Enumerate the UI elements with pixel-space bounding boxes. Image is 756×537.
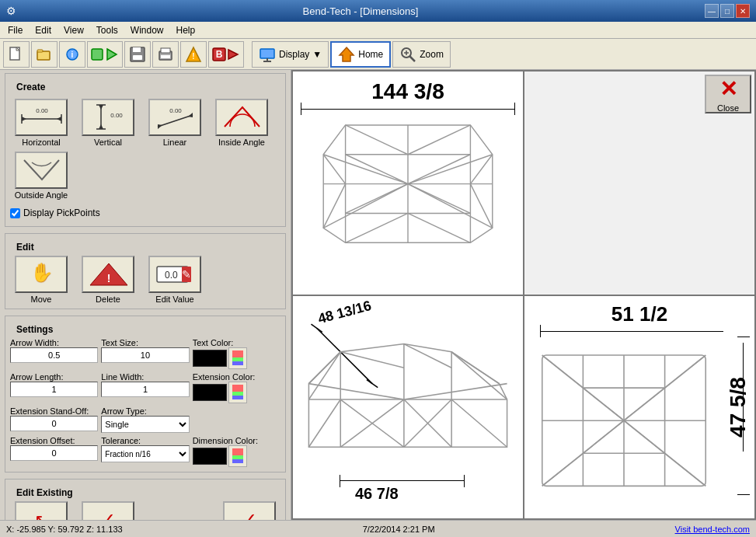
arrow-width-label: Arrow Width: xyxy=(10,338,98,347)
text-color-swatch[interactable] xyxy=(193,350,227,367)
create-horizontal-button[interactable]: 0.00 Horizontal xyxy=(10,99,72,147)
line-width-col: Line Width: xyxy=(101,372,189,397)
svg-text:!: ! xyxy=(192,52,194,61)
svg-line-69 xyxy=(323,184,408,228)
extension-offset-col: Extension Offset: xyxy=(10,436,98,461)
statusbar: X: -25.985 Y: 59.792 Z: 11.133 7/22/2014… xyxy=(0,520,756,537)
toolbar-zoom-button[interactable]: Zoom xyxy=(392,41,451,68)
menu-file[interactable]: File xyxy=(2,23,29,37)
extension-color-picker-button[interactable] xyxy=(228,382,247,403)
toolbar-print[interactable] xyxy=(152,41,179,68)
extension-standoff-input[interactable] xyxy=(10,416,98,431)
titlebar: ⚙ Bend-Tech - [Dimensions] — □ ✕ xyxy=(0,0,756,22)
svg-rect-55 xyxy=(232,396,243,399)
linear-label: Linear xyxy=(163,138,187,147)
svg-text:0.0: 0.0 xyxy=(165,270,178,281)
svg-line-122 xyxy=(583,420,624,453)
status-link[interactable]: Visit bend-tech.com xyxy=(675,525,750,534)
svg-line-117 xyxy=(542,453,584,486)
window-close-button[interactable]: ✕ xyxy=(736,4,750,18)
tolerance-label: Tolerance: xyxy=(101,436,189,445)
text-color-picker-button[interactable] xyxy=(228,347,247,369)
maximize-button[interactable]: □ xyxy=(720,4,734,18)
toolbar-icon3[interactable]: i xyxy=(59,41,85,68)
text-color-row xyxy=(193,347,280,369)
display-pickpoints-checkbox[interactable] xyxy=(10,208,20,218)
tolerance-select[interactable]: Fraction n/16 Fraction n/8 Decimal None xyxy=(101,445,189,462)
text-size-input[interactable] xyxy=(101,347,189,363)
status-coords: X: -25.985 Y: 59.792 Z: 11.133 xyxy=(6,525,123,534)
create-linear-button[interactable]: 0.00 Linear xyxy=(144,99,206,147)
menu-window[interactable]: Window xyxy=(124,23,170,37)
drawing-panel-top-left[interactable]: 144 3/8 xyxy=(293,71,523,295)
arrow-width-input[interactable] xyxy=(10,347,98,363)
edit-existing-apply-all-button[interactable]: ✓ Apply to All xyxy=(218,501,280,520)
extension-color-col: Extension Color: xyxy=(193,372,280,403)
extension-color-swatch[interactable] xyxy=(193,384,227,401)
edit-move-button[interactable]: ✋ Move xyxy=(10,256,72,304)
toolbar-save[interactable] xyxy=(124,41,151,68)
toolbar-home-button[interactable]: Home xyxy=(330,41,391,68)
delete-icon: ! xyxy=(82,256,134,293)
move-label: Move xyxy=(31,295,52,304)
display-pickpoints-row: Display PickPoints xyxy=(10,207,280,218)
dimension-color-row xyxy=(193,445,280,467)
drawing-panel-bottom-left[interactable]: 48 13/16 46 7/8 xyxy=(293,296,523,519)
tolerance-col: Tolerance: Fraction n/16 Fraction n/8 De… xyxy=(101,436,189,462)
svg-text:✓: ✓ xyxy=(100,509,116,520)
display-arrow: ▼ xyxy=(312,49,322,60)
edit-delete-button[interactable]: ! Delete xyxy=(77,256,139,304)
dimension-color-swatch[interactable] xyxy=(193,448,227,465)
arrow-type-select[interactable]: Single Double Open xyxy=(101,416,189,433)
line-width-input[interactable] xyxy=(101,382,189,397)
menu-tools[interactable]: Tools xyxy=(90,23,124,37)
outside-angle-label: Outside Angle xyxy=(15,190,68,200)
dim4-text: 51 1/2 xyxy=(611,302,667,326)
close-label: Close xyxy=(717,103,739,113)
toolbar-icon4[interactable] xyxy=(87,41,123,68)
svg-line-112 xyxy=(542,355,584,388)
display-label: Display xyxy=(279,49,309,60)
extension-color-label: Extension Color: xyxy=(193,372,280,382)
svg-text:!: ! xyxy=(106,272,110,284)
extension-offset-input[interactable] xyxy=(10,445,98,461)
linear-icon: 0.00 xyxy=(148,99,201,136)
svg-line-100 xyxy=(451,399,507,447)
svg-rect-51 xyxy=(232,357,243,361)
settings-header: Settings xyxy=(10,321,280,338)
svg-line-80 xyxy=(346,155,408,184)
create-inside-angle-button[interactable]: Inside Angle xyxy=(211,99,273,147)
svg-line-68 xyxy=(408,155,493,184)
create-outside-angle-button[interactable]: Outside Angle xyxy=(10,152,72,200)
svg-line-95 xyxy=(308,383,403,399)
svg-line-67 xyxy=(323,155,408,184)
toolbar-display-button[interactable]: Display ▼ xyxy=(252,41,329,68)
minimize-button[interactable]: — xyxy=(705,4,719,18)
edit-existing-section: Edit Existing ↖ Select ✓ Apply xyxy=(5,479,286,520)
create-vertical-button[interactable]: 0.00 Vertical xyxy=(77,99,139,147)
edit-value-button[interactable]: 0.0✎ Edit Value xyxy=(144,256,206,304)
edit-existing-apply-button[interactable]: ✓ Apply xyxy=(77,501,139,520)
toolbar-new[interactable] xyxy=(3,41,30,68)
svg-rect-50 xyxy=(232,350,243,357)
edit-buttons: ✋ Move ! Delete 0.0✎ Edit Value xyxy=(10,256,280,304)
toolbar-icon8[interactable]: B xyxy=(208,41,244,68)
close-button[interactable]: ✕ Close xyxy=(705,75,751,113)
text-color-col: Text Color: xyxy=(193,338,280,369)
text-color-label: Text Color: xyxy=(193,338,280,347)
menu-edit[interactable]: Edit xyxy=(29,23,57,37)
menu-help[interactable]: Help xyxy=(170,23,202,37)
drawing-panel-bottom-right[interactable]: 51 1/2 47 5/8 xyxy=(524,296,754,519)
toolbar-icon7[interactable]: ! xyxy=(180,41,207,68)
dimension-color-picker-button[interactable] xyxy=(228,445,247,467)
close-x-icon: ✕ xyxy=(719,76,737,102)
arrow-length-input[interactable] xyxy=(10,382,98,397)
menu-view[interactable]: View xyxy=(57,23,90,37)
svg-rect-13 xyxy=(161,55,170,58)
vertical-icon: 0.00 xyxy=(82,99,134,136)
svg-line-70 xyxy=(408,184,493,228)
toolbar-open[interactable] xyxy=(31,41,57,68)
status-datetime: 7/22/2014 2:21 PM xyxy=(363,525,435,534)
delete-label: Delete xyxy=(96,295,120,304)
edit-existing-select-button[interactable]: ↖ Select xyxy=(10,501,72,520)
